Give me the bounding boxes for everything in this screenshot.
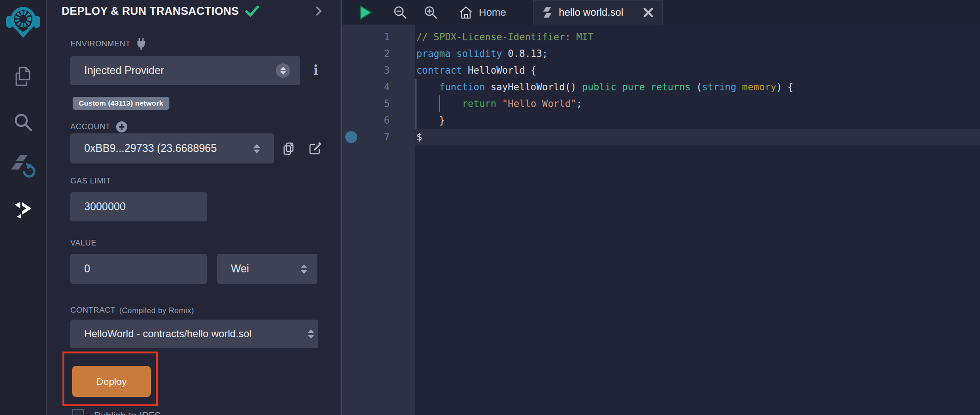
line-number: 2 — [342, 45, 415, 62]
indent-guide — [439, 95, 440, 112]
code-line: function sayHelloWorld() public pure ret… — [415, 79, 980, 95]
zoom-out-icon[interactable] — [393, 0, 407, 25]
add-account-icon[interactable] — [116, 121, 128, 133]
line-number: 1 — [342, 29, 415, 45]
account-select-caret-icon — [254, 144, 260, 153]
line-number: 6 — [342, 112, 415, 129]
account-label: ACCOUNT — [70, 122, 341, 132]
deploy-run-icon[interactable] — [13, 202, 33, 220]
environment-select[interactable]: Injected Provider — [70, 56, 300, 85]
account-select[interactable]: 0xBB9...29733 (23.6688965 — [70, 133, 274, 163]
copy-account-icon[interactable] — [282, 142, 295, 156]
line-number: 3 — [342, 62, 415, 79]
code-line: $ — [415, 129, 980, 145]
line-number: 4 — [342, 79, 415, 95]
tab-home[interactable]: Home — [459, 0, 506, 25]
deploy-button[interactable]: Deploy — [72, 366, 151, 397]
indent-guide — [416, 79, 416, 129]
zoom-in-icon[interactable] — [424, 0, 438, 25]
contract-select-caret-icon — [308, 329, 314, 339]
edit-account-icon[interactable] — [309, 142, 323, 156]
gas-limit-label: GAS LIMIT — [70, 176, 341, 186]
environment-select-caret-icon — [276, 63, 290, 78]
value-unit-select[interactable]: Wei — [217, 254, 317, 284]
code-editor[interactable]: 1234567 // SPDX-License-Identifier: MITp… — [342, 25, 980, 415]
publish-row: Publish to IPFS — [72, 409, 341, 415]
code-line: contract HelloWorld { — [415, 62, 980, 79]
editor-tabbar: Home hello world.sol — [342, 0, 980, 25]
panel-header: DEPLOY & RUN TRANSACTIONS — [47, 0, 341, 22]
contract-select[interactable]: HelloWorld - contracts/hello world.sol — [70, 320, 318, 348]
annotation-highlight-rect: Deploy — [62, 352, 158, 406]
line-number: 7 — [342, 129, 415, 145]
editor-gutter: 1234567 — [342, 25, 415, 415]
remix-logo-icon[interactable] — [6, 5, 40, 39]
code-line: } — [415, 112, 980, 129]
contract-sublabel: (Compiled by Remix) — [119, 306, 194, 315]
publish-ipfs-label: Publish to IPFS — [94, 410, 161, 415]
editor-area: Home hello world.sol 1234567 // SPDX-Lic… — [342, 0, 980, 415]
value-label: VALUE — [70, 238, 341, 248]
code-line: // SPDX-License-Identifier: MIT — [415, 29, 980, 45]
plug-icon — [136, 38, 147, 50]
gas-limit-input[interactable]: 3000000 — [70, 192, 207, 221]
panel-collapse-chevron-icon[interactable] — [316, 6, 322, 17]
publish-ipfs-checkbox[interactable] — [72, 409, 84, 415]
environment-label: ENVIRONMENT — [70, 39, 341, 49]
solidity-file-icon — [542, 6, 552, 19]
search-icon[interactable] — [13, 112, 33, 132]
editor-code: // SPDX-License-Identifier: MITpragma so… — [415, 25, 980, 415]
icon-rail — [0, 0, 47, 415]
environment-info-icon[interactable]: i — [313, 64, 318, 77]
panel-title: DEPLOY & RUN TRANSACTIONS — [62, 5, 239, 18]
close-tab-icon[interactable] — [643, 7, 653, 18]
value-input[interactable]: 0 — [70, 254, 207, 284]
tab-home-label: Home — [479, 6, 506, 19]
file-explorer-icon[interactable] — [12, 66, 34, 88]
value-unit-caret-icon — [301, 264, 307, 274]
tab-hello-world-sol[interactable]: hello world.sol — [533, 0, 663, 25]
breakpoint-dot[interactable] — [345, 131, 357, 143]
code-line: return "Hello World"; — [415, 95, 980, 112]
compiled-check-icon — [245, 5, 259, 17]
solidity-compiler-icon[interactable] — [10, 154, 36, 180]
contract-label: CONTRACT (Compiled by Remix) — [70, 305, 341, 315]
run-script-icon[interactable] — [359, 0, 372, 25]
code-line: pragma solidity 0.8.13; — [415, 45, 980, 62]
line-number: 5 — [342, 95, 415, 112]
tab-file-label: hello world.sol — [559, 6, 623, 19]
deploy-run-panel: DEPLOY & RUN TRANSACTIONS ENVIRONMENT In… — [47, 0, 342, 415]
network-badge: Custom (43113) network — [73, 97, 169, 110]
home-icon — [459, 6, 473, 19]
